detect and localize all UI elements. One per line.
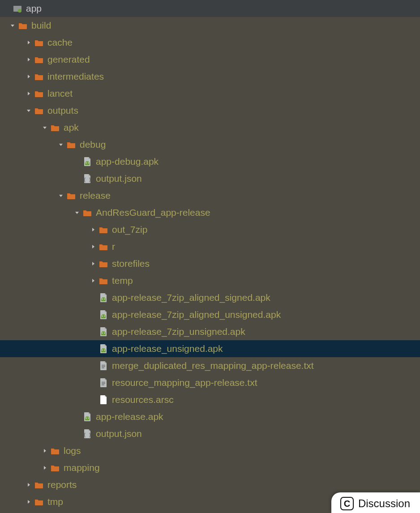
tree-row[interactable]: resources.arsc xyxy=(0,391,420,408)
chevron-right-icon[interactable] xyxy=(89,244,98,249)
tree-row[interactable]: app-release_unsigned.apk xyxy=(0,340,420,357)
folder-icon xyxy=(33,38,45,47)
tree-label: apk xyxy=(64,122,79,133)
tree-row[interactable]: build xyxy=(0,17,420,34)
folder-icon xyxy=(65,140,77,149)
tree-row[interactable]: outputs xyxy=(0,102,420,119)
svg-point-9 xyxy=(104,316,105,316)
tree-label: temp xyxy=(112,275,133,286)
file-icon xyxy=(98,395,109,405)
folder-icon xyxy=(33,106,45,115)
svg-rect-17 xyxy=(102,382,105,382)
tree-row[interactable]: intermediates xyxy=(0,68,420,85)
tree-row[interactable]: generated xyxy=(0,51,420,68)
tree-row[interactable]: resource_mapping_app-release.txt xyxy=(0,374,420,391)
tree-row[interactable]: merge_duplicated_res_mapping_app-release… xyxy=(0,357,420,374)
chevron-right-icon[interactable] xyxy=(24,91,33,96)
apk-icon xyxy=(98,344,109,354)
svg-point-13 xyxy=(104,350,105,351)
chevron-down-icon[interactable] xyxy=(40,125,49,130)
chevron-down-icon[interactable] xyxy=(24,108,33,113)
tree-row[interactable]: out_7zip xyxy=(0,221,420,238)
svg-text:{ }: { } xyxy=(83,177,91,182)
tree-row[interactable]: { }output.json xyxy=(0,425,420,442)
tree-label: out_7zip xyxy=(112,224,147,235)
svg-rect-15 xyxy=(102,366,105,367)
svg-point-4 xyxy=(88,162,89,163)
folder-icon xyxy=(49,463,61,472)
tree-label: intermediates xyxy=(47,71,104,82)
tree-row[interactable]: app-release_7zip_aligned_signed.apk xyxy=(0,289,420,306)
tree-label: output.json xyxy=(96,428,142,439)
tree-label: tmp xyxy=(47,496,63,507)
apk-icon xyxy=(98,327,109,337)
tree-row[interactable]: reports xyxy=(0,476,420,493)
svg-rect-14 xyxy=(102,365,105,365)
tree-row[interactable]: debug xyxy=(0,136,420,153)
chevron-right-icon[interactable] xyxy=(24,499,33,504)
folder-icon xyxy=(81,208,93,217)
chevron-right-icon[interactable] xyxy=(89,278,98,283)
module-icon xyxy=(12,4,23,13)
chevron-right-icon[interactable] xyxy=(24,74,33,79)
svg-rect-19 xyxy=(102,385,104,385)
svg-rect-18 xyxy=(102,383,105,384)
chevron-down-icon[interactable] xyxy=(73,210,81,215)
tree-label: app-release_7zip_aligned_signed.apk xyxy=(112,292,270,303)
svg-point-12 xyxy=(102,350,103,351)
tree-row[interactable]: AndResGuard_app-release xyxy=(0,204,420,221)
tree-label: resources.arsc xyxy=(112,394,174,405)
tree-row[interactable]: app-release_7zip_unsigned.apk xyxy=(0,323,420,340)
discussion-badge-icon: C xyxy=(340,497,354,510)
tree-row[interactable]: cache xyxy=(0,34,420,51)
tree-row[interactable]: lancet xyxy=(0,85,420,102)
folder-icon xyxy=(49,446,61,455)
svg-rect-1 xyxy=(13,6,17,8)
folder-icon xyxy=(33,72,45,81)
chevron-right-icon[interactable] xyxy=(40,465,49,470)
tree-label: debug xyxy=(80,139,106,150)
folder-icon xyxy=(17,21,29,30)
folder-icon xyxy=(98,242,109,251)
chevron-right-icon[interactable] xyxy=(24,57,33,62)
tree-label: r xyxy=(112,241,115,252)
tree-row[interactable]: mapping xyxy=(0,459,420,476)
chevron-right-icon[interactable] xyxy=(24,40,33,45)
folder-icon xyxy=(33,497,45,506)
tree-row[interactable]: temp xyxy=(0,272,420,289)
tree-label: app-release_unsigned.apk xyxy=(112,343,223,354)
tree-row[interactable]: app-debug.apk xyxy=(0,153,420,170)
apk-icon xyxy=(98,293,109,303)
discussion-tab[interactable]: C Discussion xyxy=(331,492,420,513)
tree-label: cache xyxy=(47,37,73,48)
folder-icon xyxy=(98,259,109,268)
tree-label: app-release_7zip_aligned_unsigned.apk xyxy=(112,309,281,320)
svg-point-20 xyxy=(86,418,87,419)
svg-point-6 xyxy=(102,299,103,299)
tree-row[interactable]: storefiles xyxy=(0,255,420,272)
tree-row[interactable]: { }output.json xyxy=(0,170,420,187)
tree-row[interactable]: release xyxy=(0,187,420,204)
chevron-right-icon[interactable] xyxy=(89,227,98,232)
chevron-down-icon[interactable] xyxy=(56,193,65,198)
tree-row[interactable]: app xyxy=(0,0,420,17)
tree-label: storefiles xyxy=(112,258,150,269)
tree-label: resource_mapping_app-release.txt xyxy=(112,377,257,388)
tree-label: reports xyxy=(47,479,77,490)
tree-row[interactable]: app-release_7zip_aligned_unsigned.apk xyxy=(0,306,420,323)
tree-label: app-release.apk xyxy=(96,411,163,422)
tree-label: merge_duplicated_res_mapping_app-release… xyxy=(112,360,314,371)
tree-label: outputs xyxy=(47,105,78,116)
tree-row[interactable]: apk xyxy=(0,119,420,136)
tree-label: mapping xyxy=(64,462,100,473)
chevron-right-icon[interactable] xyxy=(40,448,49,453)
chevron-down-icon[interactable] xyxy=(8,23,17,28)
svg-rect-16 xyxy=(102,368,104,368)
tree-row[interactable]: r xyxy=(0,238,420,255)
chevron-right-icon[interactable] xyxy=(89,261,98,266)
svg-point-7 xyxy=(104,299,105,299)
chevron-down-icon[interactable] xyxy=(56,142,65,147)
tree-row[interactable]: app-release.apk xyxy=(0,408,420,425)
chevron-right-icon[interactable] xyxy=(24,482,33,487)
tree-row[interactable]: logs xyxy=(0,442,420,459)
